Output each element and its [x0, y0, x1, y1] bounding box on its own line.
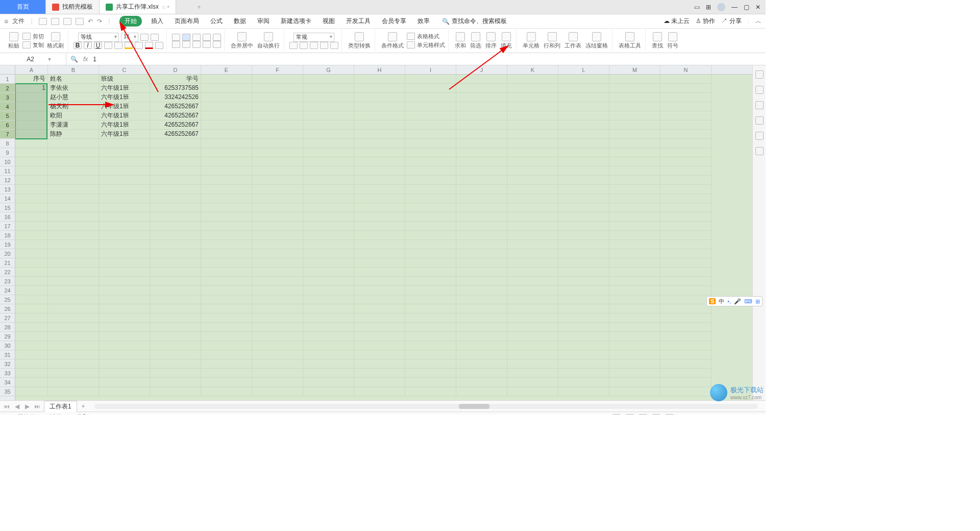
cell-C15[interactable] [99, 203, 150, 212]
sheet-prev-icon[interactable]: ◀ [13, 403, 20, 410]
cell-M30[interactable] [609, 341, 660, 350]
cell-A6[interactable] [15, 120, 48, 130]
cell-G31[interactable] [303, 350, 354, 359]
cell-N19[interactable] [660, 240, 712, 249]
cell-E1[interactable] [201, 75, 252, 84]
cell-E12[interactable] [201, 176, 252, 185]
cell-C9[interactable] [99, 148, 150, 157]
cell-N28[interactable] [660, 323, 712, 332]
rowcol-button[interactable]: 行和列 [543, 32, 561, 50]
cell-H9[interactable] [354, 148, 405, 157]
cell-H15[interactable] [354, 203, 405, 212]
cell-N16[interactable] [660, 212, 712, 222]
cell-C19[interactable] [99, 240, 150, 249]
rowhdr-3[interactable]: 3 [0, 93, 15, 102]
cell-F24[interactable] [252, 286, 303, 295]
cell-B29[interactable] [48, 332, 99, 341]
cell-J14[interactable] [456, 194, 507, 203]
cell-D1[interactable]: 学号 [150, 75, 201, 84]
cell-A17[interactable] [15, 222, 48, 231]
cell-C30[interactable] [99, 341, 150, 350]
cell-D7[interactable]: 4265252667 [150, 130, 201, 139]
cell-G19[interactable] [303, 240, 354, 249]
cell-K21[interactable] [507, 258, 558, 268]
cell-I26[interactable] [405, 304, 456, 313]
sheet-button[interactable]: 工作表 [564, 32, 582, 50]
cell-A32[interactable] [15, 359, 48, 369]
cell-K14[interactable] [507, 194, 558, 203]
menu-公式[interactable]: 公式 [208, 16, 225, 27]
fill-color-icon[interactable] [125, 42, 133, 49]
cell-A13[interactable] [15, 185, 48, 194]
colhdr-B[interactable]: B [48, 65, 99, 74]
align-top-icon[interactable] [172, 34, 180, 41]
cell-M8[interactable] [609, 139, 660, 148]
row-headers[interactable]: 1234567891011121314151617181920212223242… [0, 65, 15, 400]
cell-H2[interactable] [354, 84, 405, 93]
cell-G18[interactable] [303, 231, 354, 240]
cell-L30[interactable] [558, 341, 609, 350]
cell-E26[interactable] [201, 304, 252, 313]
cell-F4[interactable] [252, 102, 303, 111]
cell-L6[interactable] [558, 120, 609, 130]
cell-N2[interactable] [660, 84, 712, 93]
cell-I21[interactable] [405, 258, 456, 268]
cell-D31[interactable] [150, 350, 201, 359]
cell-D18[interactable] [150, 231, 201, 240]
print-icon[interactable] [63, 18, 71, 25]
colhdr-C[interactable]: C [99, 65, 150, 74]
cell-B25[interactable] [48, 295, 99, 304]
cell-G16[interactable] [303, 212, 354, 222]
cell-G2[interactable] [303, 84, 354, 93]
cell-J19[interactable] [456, 240, 507, 249]
cell-J31[interactable] [456, 350, 507, 359]
cell-M23[interactable] [609, 277, 660, 286]
cell-G27[interactable] [303, 313, 354, 323]
cell-F35[interactable] [252, 387, 303, 396]
menu-审阅[interactable]: 审阅 [255, 16, 272, 27]
align-middle-icon[interactable] [182, 34, 190, 41]
cell-I32[interactable] [405, 359, 456, 369]
cell-A24[interactable] [15, 286, 48, 295]
cell-N34[interactable] [660, 378, 712, 387]
font-size-select[interactable]: 11 [121, 33, 138, 42]
cell-L28[interactable] [558, 323, 609, 332]
cell-D9[interactable] [150, 148, 201, 157]
cell-F31[interactable] [252, 350, 303, 359]
cell-M27[interactable] [609, 313, 660, 323]
cell-E34[interactable] [201, 378, 252, 387]
cell-J20[interactable] [456, 249, 507, 258]
cell-G32[interactable] [303, 359, 354, 369]
cell-B28[interactable] [48, 323, 99, 332]
find-button[interactable]: 查找 [651, 32, 664, 50]
cell-N24[interactable] [660, 286, 712, 295]
cell-H3[interactable] [354, 93, 405, 102]
align-center-icon[interactable] [182, 41, 190, 48]
menu-开发工具[interactable]: 开发工具 [344, 16, 373, 27]
cell-F17[interactable] [252, 222, 303, 231]
cell-L31[interactable] [558, 350, 609, 359]
cell-E5[interactable] [201, 111, 252, 120]
comma-icon[interactable] [310, 42, 318, 49]
cell-M32[interactable] [609, 359, 660, 369]
cell-L14[interactable] [558, 194, 609, 203]
fx-icon[interactable]: fx [83, 56, 88, 63]
align-justify-icon[interactable] [203, 41, 211, 48]
cell-A18[interactable] [15, 231, 48, 240]
cell-M9[interactable] [609, 148, 660, 157]
align-bottom-icon[interactable] [192, 34, 201, 41]
cell-B2[interactable]: 李依依 [48, 84, 99, 93]
cell-B34[interactable] [48, 378, 99, 387]
symbol-button[interactable]: 符号 [666, 32, 679, 50]
font-color-icon[interactable] [145, 42, 153, 49]
menu-新建选项卡[interactable]: 新建选项卡 [279, 16, 313, 27]
cell-I7[interactable] [405, 130, 456, 139]
rowhdr-32[interactable]: 32 [0, 359, 15, 369]
cell-C8[interactable] [99, 139, 150, 148]
cell-K15[interactable] [507, 203, 558, 212]
cell-J12[interactable] [456, 176, 507, 185]
cell-K12[interactable] [507, 176, 558, 185]
cell-K18[interactable] [507, 231, 558, 240]
cell-M35[interactable] [609, 387, 660, 396]
cell-L15[interactable] [558, 203, 609, 212]
